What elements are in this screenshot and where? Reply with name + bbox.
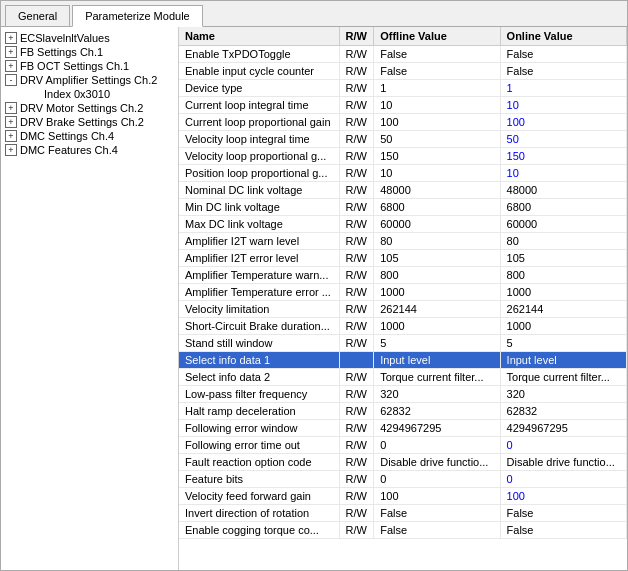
table-row[interactable]: Following error windowR/W429496729542949…: [179, 420, 627, 437]
table-container: Name R/W Offline Value Online Value Enab…: [179, 27, 627, 570]
param-name: Invert direction of rotation: [179, 505, 339, 522]
param-rw: R/W: [339, 63, 374, 80]
tree-expander[interactable]: +: [5, 102, 17, 114]
tab-general[interactable]: General: [5, 5, 70, 26]
param-online-value: 1000: [500, 284, 626, 301]
param-name: Nominal DC link voltage: [179, 182, 339, 199]
tree-expander[interactable]: -: [5, 74, 17, 86]
param-rw: R/W: [339, 46, 374, 63]
table-row[interactable]: Stand still windowR/W55: [179, 335, 627, 352]
table-row[interactable]: Enable cogging torque co...R/WFalseFalse: [179, 522, 627, 539]
param-name: Select info data 1: [179, 352, 339, 369]
sidebar-item-label: DMC Settings Ch.4: [20, 130, 114, 142]
param-name: Enable TxPDOToggle: [179, 46, 339, 63]
table-row[interactable]: Max DC link voltageR/W6000060000: [179, 216, 627, 233]
param-name: Position loop proportional g...: [179, 165, 339, 182]
sidebar-item[interactable]: +DMC Features Ch.4: [1, 143, 178, 157]
table-row[interactable]: Amplifier I2T error levelR/W105105: [179, 250, 627, 267]
table-row[interactable]: Position loop proportional g...R/W1010: [179, 165, 627, 182]
table-row[interactable]: Halt ramp decelerationR/W6283262832: [179, 403, 627, 420]
table-row[interactable]: Current loop proportional gainR/W100100: [179, 114, 627, 131]
param-offline-value: Torque current filter...: [374, 369, 500, 386]
sidebar-item[interactable]: +DRV Motor Settings Ch.2: [1, 101, 178, 115]
table-row[interactable]: Fault reaction option codeR/WDisable dri…: [179, 454, 627, 471]
table-row[interactable]: Following error time outR/W00: [179, 437, 627, 454]
table-row[interactable]: Nominal DC link voltageR/W4800048000: [179, 182, 627, 199]
col-header-offline: Offline Value: [374, 27, 500, 46]
param-rw: R/W: [339, 80, 374, 97]
param-offline-value: 5: [374, 335, 500, 352]
table-row[interactable]: Velocity loop proportional g...R/W150150: [179, 148, 627, 165]
sidebar-item[interactable]: +FB OCT Settings Ch.1: [1, 59, 178, 73]
table-row[interactable]: Current loop integral timeR/W1010: [179, 97, 627, 114]
sidebar-item[interactable]: Index 0x3010: [1, 87, 178, 101]
sidebar-item-label: FB Settings Ch.1: [20, 46, 103, 58]
sidebar-item[interactable]: +FB Settings Ch.1: [1, 45, 178, 59]
tab-parameterize-module[interactable]: Parameterize Module: [72, 5, 203, 27]
param-rw: R/W: [339, 216, 374, 233]
param-name: Low-pass filter frequency: [179, 386, 339, 403]
table-row[interactable]: Device typeR/W11: [179, 80, 627, 97]
table-row[interactable]: Amplifier Temperature warn...R/W800800: [179, 267, 627, 284]
table-row[interactable]: Invert direction of rotationR/WFalseFals…: [179, 505, 627, 522]
param-rw: R/W: [339, 420, 374, 437]
param-online-value: 5: [500, 335, 626, 352]
param-name: Stand still window: [179, 335, 339, 352]
table-row[interactable]: Velocity loop integral timeR/W5050: [179, 131, 627, 148]
param-rw: R/W: [339, 114, 374, 131]
tree-expander[interactable]: +: [5, 46, 17, 58]
param-name: Velocity feed forward gain: [179, 488, 339, 505]
sidebar-item[interactable]: +DMC Settings Ch.4: [1, 129, 178, 143]
table-row[interactable]: Amplifier Temperature error ...R/W100010…: [179, 284, 627, 301]
table-row[interactable]: Amplifier I2T warn levelR/W8080: [179, 233, 627, 250]
param-name: Enable input cycle counter: [179, 63, 339, 80]
table-row[interactable]: Min DC link voltageR/W68006800: [179, 199, 627, 216]
param-rw: R/W: [339, 250, 374, 267]
sidebar-item[interactable]: +ECSlavelnltValues: [1, 31, 178, 45]
param-offline-value: 10: [374, 165, 500, 182]
sidebar-item-label: FB OCT Settings Ch.1: [20, 60, 129, 72]
tree-expander[interactable]: +: [5, 32, 17, 44]
tree-expander[interactable]: +: [5, 116, 17, 128]
table-row[interactable]: Enable TxPDOToggleR/WFalseFalse: [179, 46, 627, 63]
param-online-value: 0: [500, 437, 626, 454]
tree-expander[interactable]: +: [5, 144, 17, 156]
sidebar-item-label: DRV Amplifier Settings Ch.2: [20, 74, 157, 86]
param-rw: [339, 352, 374, 369]
table-row[interactable]: Select info data 1Input levelInput level: [179, 352, 627, 369]
param-offline-value: Disable drive functio...: [374, 454, 500, 471]
param-online-value: 105: [500, 250, 626, 267]
param-name: Velocity loop integral time: [179, 131, 339, 148]
param-name: Amplifier I2T error level: [179, 250, 339, 267]
table-row[interactable]: Feature bitsR/W00: [179, 471, 627, 488]
table-row[interactable]: Velocity feed forward gainR/W100100: [179, 488, 627, 505]
table-row[interactable]: Velocity limitationR/W262144262144: [179, 301, 627, 318]
param-online-value: 4294967295: [500, 420, 626, 437]
param-online-value: 150: [500, 148, 626, 165]
param-rw: R/W: [339, 505, 374, 522]
param-rw: R/W: [339, 454, 374, 471]
param-rw: R/W: [339, 182, 374, 199]
table-row[interactable]: Low-pass filter frequencyR/W320320: [179, 386, 627, 403]
param-offline-value: 0: [374, 437, 500, 454]
param-name: Feature bits: [179, 471, 339, 488]
param-rw: R/W: [339, 165, 374, 182]
table-row[interactable]: Short-Circuit Brake duration...R/W100010…: [179, 318, 627, 335]
tree-expander[interactable]: +: [5, 60, 17, 72]
tree-expander[interactable]: +: [5, 130, 17, 142]
sidebar-item[interactable]: +DRV Brake Settings Ch.2: [1, 115, 178, 129]
param-rw: R/W: [339, 233, 374, 250]
table-row[interactable]: Select info data 2R/WTorque current filt…: [179, 369, 627, 386]
table-row[interactable]: Enable input cycle counterR/WFalseFalse: [179, 63, 627, 80]
param-name: Amplifier Temperature warn...: [179, 267, 339, 284]
param-online-value: 50: [500, 131, 626, 148]
param-rw: R/W: [339, 131, 374, 148]
param-online-value: False: [500, 505, 626, 522]
param-online-value: False: [500, 63, 626, 80]
sidebar-item[interactable]: -DRV Amplifier Settings Ch.2: [1, 73, 178, 87]
param-offline-value: False: [374, 522, 500, 539]
param-offline-value: 50: [374, 131, 500, 148]
main-window: GeneralParameterize Module +ECSlavelnltV…: [0, 0, 628, 571]
param-name: Fault reaction option code: [179, 454, 339, 471]
table-header: Name R/W Offline Value Online Value: [179, 27, 627, 46]
